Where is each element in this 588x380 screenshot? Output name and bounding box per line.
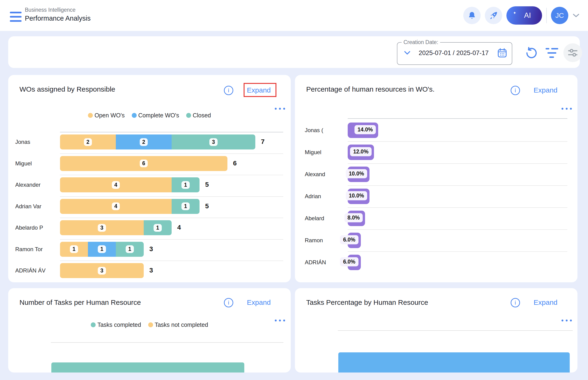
- launch-button[interactable]: [485, 7, 502, 24]
- legend-item[interactable]: Open WO's: [88, 112, 124, 119]
- filter-button[interactable]: 1: [546, 46, 560, 60]
- panel-title: Tasks Percentage by Human Resource: [306, 299, 428, 306]
- bar-value-label: 12.0%: [350, 147, 371, 156]
- sparkle-icon: ✦: [513, 11, 516, 16]
- bar-segment-open[interactable]: 4: [60, 177, 172, 192]
- gridline: [51, 342, 284, 343]
- row-separator: [60, 153, 283, 154]
- tasks-percentage-bar[interactable]: [338, 352, 570, 373]
- segment-value-label: 6: [140, 160, 148, 167]
- expand-button[interactable]: Expand: [534, 299, 558, 306]
- stacked-bar[interactable]: 31: [60, 220, 172, 235]
- bar-total-label: 5: [205, 181, 209, 188]
- category-label: Jonas: [15, 139, 59, 145]
- segment-value-label: 1: [98, 245, 106, 253]
- panel-menu-button[interactable]: [275, 320, 285, 322]
- ai-assistant-button[interactable]: ✦ AI: [507, 6, 542, 25]
- panel-title: Percentage of human resources in WO's.: [306, 85, 435, 93]
- segment-value-label: 1: [126, 245, 134, 253]
- bar-segment-open[interactable]: 3: [60, 220, 144, 235]
- expand-button[interactable]: Expand: [247, 299, 271, 306]
- stacked-bar[interactable]: 111: [60, 242, 144, 257]
- legend-dot-icon: [186, 113, 191, 118]
- refresh-button[interactable]: [524, 46, 539, 61]
- calendar-icon[interactable]: [497, 48, 507, 58]
- bar-segment-open[interactable]: 6: [60, 156, 227, 171]
- info-icon[interactable]: i: [511, 298, 520, 307]
- bar-value-label: 6.0%: [340, 235, 358, 244]
- info-icon[interactable]: i: [224, 86, 233, 95]
- bar-total-label: 3: [149, 245, 153, 253]
- bar-segment-closed[interactable]: 1: [116, 242, 144, 257]
- stacked-bar[interactable]: 41: [60, 177, 200, 192]
- bar-segment-open[interactable]: 3: [60, 263, 144, 278]
- bar-value-label: 10.0%: [346, 191, 367, 200]
- row-separator: [348, 185, 567, 186]
- info-icon[interactable]: i: [511, 86, 520, 95]
- legend-label: Tasks completed: [97, 322, 141, 328]
- legend-item[interactable]: Tasks completed: [91, 322, 141, 328]
- chart-top-axis: [348, 118, 567, 119]
- sliders-icon: [567, 47, 579, 59]
- stacked-bar[interactable]: 41: [60, 199, 200, 214]
- bar-segment-open[interactable]: 4: [60, 199, 172, 214]
- category-label: Adrian: [305, 193, 346, 200]
- tasks-completed-bar[interactable]: [51, 362, 244, 373]
- expand-button[interactable]: Expand: [534, 86, 558, 94]
- segment-value-label: 4: [112, 181, 120, 189]
- panel-menu-button[interactable]: [562, 108, 572, 110]
- top-bar: Business Intelligence Performance Analys…: [0, 0, 588, 31]
- row-separator: [348, 229, 567, 230]
- bell-icon: [467, 11, 476, 20]
- segment-value-label: 4: [112, 202, 120, 210]
- notifications-button[interactable]: [463, 7, 481, 24]
- chevron-down-icon[interactable]: [404, 51, 410, 55]
- segment-value-label: 1: [70, 245, 78, 253]
- category-label: Ramon Tor: [15, 246, 59, 253]
- creation-date-label: Creation Date:: [402, 39, 440, 45]
- filter-bar: Creation Date: 2025-07-01 / 2025-07-17: [8, 36, 580, 68]
- bar-segment-closed[interactable]: 3: [172, 134, 255, 150]
- legend-item[interactable]: Tasks not completed: [148, 322, 208, 328]
- bar-segment-complete[interactable]: 2: [116, 134, 172, 150]
- row-separator: [60, 175, 283, 175]
- category-label: Alexander: [15, 182, 59, 188]
- legend-item[interactable]: Closed: [186, 112, 211, 119]
- stacked-bar[interactable]: 6: [60, 156, 227, 171]
- chart-top-axis: [60, 132, 283, 132]
- legend-item[interactable]: Complete WO's: [132, 112, 179, 119]
- bar-segment-closed[interactable]: 1: [172, 177, 200, 192]
- panel-tasks-count: Number of Tasks per Human Resource i Exp…: [8, 288, 291, 373]
- bar-value-label: 8.0%: [345, 213, 363, 222]
- bar-total-label: 7: [261, 138, 265, 146]
- chart-settings-button[interactable]: [563, 43, 582, 62]
- stacked-bar[interactable]: 3: [60, 263, 144, 278]
- info-icon[interactable]: i: [224, 298, 233, 307]
- chevron-down-icon[interactable]: [572, 13, 580, 18]
- category-label: Alexand: [305, 171, 346, 178]
- bar-segment-complete[interactable]: 1: [88, 242, 116, 257]
- panel-menu-button[interactable]: [562, 320, 572, 322]
- rocket-icon: [489, 11, 498, 20]
- legend-label: Complete WO's: [138, 112, 179, 119]
- page-title: Performance Analysis: [25, 14, 90, 23]
- bar-segment-closed[interactable]: 1: [144, 220, 172, 235]
- creation-date-field[interactable]: Creation Date: 2025-07-01 / 2025-07-17: [397, 39, 512, 65]
- bar-segment-open[interactable]: 1: [60, 242, 88, 257]
- segment-value-label: 3: [98, 267, 106, 275]
- filter-lines-icon: [546, 48, 549, 49]
- segment-value-label: 1: [154, 224, 162, 232]
- hamburger-menu-icon[interactable]: [10, 12, 21, 22]
- user-avatar[interactable]: JC: [551, 7, 568, 24]
- stacked-bar[interactable]: 223: [60, 134, 255, 150]
- legend-label: Tasks not completed: [155, 322, 208, 328]
- row-separator: [348, 141, 567, 142]
- panel-wos-by-responsible: WOs assigned by Responsible i Expand Ope…: [8, 75, 291, 282]
- panel-menu-button[interactable]: [275, 108, 285, 110]
- bar-total-label: 6: [233, 160, 237, 167]
- bar-segment-open[interactable]: 2: [60, 134, 116, 150]
- segment-value-label: 3: [98, 224, 106, 232]
- bar-segment-closed[interactable]: 1: [172, 199, 200, 214]
- category-label: Miguel: [15, 160, 59, 167]
- bar-value-label: 10.0%: [346, 169, 367, 178]
